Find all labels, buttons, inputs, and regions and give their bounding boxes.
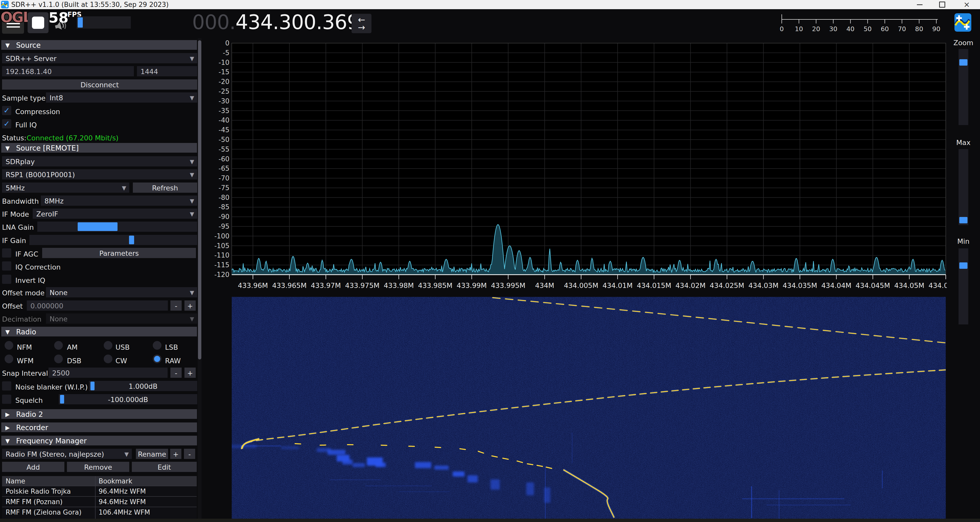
if-gain-slider[interactable] (29, 235, 197, 245)
sample-type-label: Sample type (2, 94, 46, 102)
if-agc-checkbox[interactable] (2, 248, 11, 257)
fft-db-label: -100 (214, 232, 229, 240)
squelch-slider[interactable]: -100.000dB (59, 394, 197, 404)
remote-driver-combo[interactable]: SDRplay▼ (2, 156, 197, 167)
radio-mode-dsb[interactable] (54, 355, 63, 363)
snap-interval-field[interactable]: 2500 (49, 368, 168, 378)
zoom-slider-handle[interactable] (959, 59, 967, 66)
meter-tick-label: 60 (881, 25, 889, 33)
remove-list-button[interactable]: - (184, 449, 195, 459)
full-iq-checkbox[interactable]: ✓ (2, 119, 11, 129)
snap-plus-button[interactable]: + (185, 368, 196, 378)
noise-blanker-slider[interactable]: 1.000dB (89, 381, 197, 391)
remove-bookmark-button[interactable]: Remove (67, 462, 129, 472)
offset-mode-combo[interactable]: None▼ (46, 287, 197, 297)
source-panel-header[interactable]: ▼Source (1, 40, 197, 50)
waterfall-faint-signal (399, 491, 450, 492)
remote-source-panel-header[interactable]: ▼Source [REMOTE] (1, 143, 197, 152)
volume-slider[interactable] (76, 16, 131, 29)
lna-gain-slider[interactable] (37, 222, 197, 232)
if-mode-combo[interactable]: ZeroIF▼ (33, 209, 197, 219)
waterfall-signal-blob (453, 471, 465, 476)
sdrpp-logo-button[interactable] (955, 13, 971, 32)
lna-gain-slider-handle[interactable] (78, 222, 118, 231)
bookmark-value: 106.4MHz WFM (99, 508, 150, 516)
close-button[interactable]: × (956, 0, 977, 9)
bandwidth-combo[interactable]: 8MHz▼ (41, 195, 197, 206)
waterfall-signal-blob (490, 479, 500, 490)
meter-tick-label: 20 (812, 25, 820, 33)
radio-mode-lsb[interactable] (153, 341, 161, 350)
squelch-checkbox-label: Squelch (15, 397, 43, 404)
frequency-manager-panel-header[interactable]: ▼Frequency Manager (1, 436, 197, 446)
source-type-combo[interactable]: SDR++ Server▼ (2, 53, 197, 63)
fft-db-label: -30 (219, 97, 229, 105)
waterfall[interactable] (232, 297, 946, 519)
add-bookmark-button[interactable]: Add (2, 462, 64, 472)
offset-field[interactable]: 0.000000 (27, 300, 168, 311)
radio-panel-header[interactable]: ▼Radio (1, 327, 197, 336)
remote-source-panel-header-arrow-icon: ▼ (5, 145, 10, 151)
radio-mode-raw[interactable] (153, 355, 161, 363)
compression-checkbox[interactable]: ✓ (2, 106, 11, 115)
radio2-panel-header[interactable]: ▶Radio 2 (1, 409, 197, 419)
if-gain-slider-handle[interactable] (129, 236, 134, 244)
radio-mode-am[interactable] (54, 341, 63, 350)
iq-correction-checkbox[interactable] (2, 262, 11, 271)
radio-mode-dsb-label: DSB (67, 357, 81, 365)
offset-plus-button[interactable]: + (185, 300, 196, 311)
radio-mode-cw[interactable] (104, 355, 112, 363)
stop-button[interactable] (28, 12, 49, 33)
rename-list-button-label: Rename (138, 450, 166, 458)
samplerate-combo[interactable]: 5MHz▼ (2, 182, 129, 193)
snap-minus-button[interactable]: - (170, 368, 181, 378)
samplerate-combo-value: 5MHz (6, 184, 25, 192)
zoom-slider[interactable] (959, 49, 968, 125)
invert-iq-checkbox[interactable] (2, 274, 11, 284)
rename-list-button[interactable]: Rename (136, 449, 168, 459)
radio-mode-wfm[interactable] (5, 355, 13, 363)
min-slider-handle[interactable] (959, 262, 967, 269)
noise-blanker-checkbox[interactable] (2, 381, 11, 390)
column-header-name[interactable]: Name (6, 478, 25, 485)
min-slider[interactable] (959, 248, 968, 324)
frequency-display[interactable]: 000.434.300.369 (192, 11, 360, 34)
radio-mode-usb[interactable] (104, 341, 112, 350)
server-port-field[interactable]: 1444 (137, 66, 197, 76)
samplerate-combo-arrow-icon: ▼ (122, 185, 126, 191)
waterfall-signal-blob (434, 466, 449, 470)
swap-button[interactable]: ← → (352, 14, 371, 33)
maximize-button[interactable] (932, 0, 952, 9)
remote-device-combo[interactable]: RSP1 (B0001P0001)▼ (2, 169, 197, 179)
max-slider-handle[interactable] (959, 217, 967, 223)
radio-mode-nfm[interactable] (5, 341, 13, 350)
waterfall-signal-blob (281, 446, 299, 449)
sidebar-scrollbar-thumb[interactable] (198, 40, 201, 359)
remote-source-panel-header-label: Source [REMOTE] (16, 144, 79, 152)
refresh-button[interactable]: Refresh (133, 182, 197, 193)
table-row[interactable]: Polskie Radio Trojka96.4MHz WFM (2, 486, 197, 497)
fft-plot[interactable]: 0-5-10-15-20-25-30-35-40-45-50-55-60-65-… (202, 38, 947, 292)
minimize-button[interactable] (910, 0, 930, 9)
fft-db-label: -105 (214, 242, 229, 250)
squelch-checkbox[interactable] (2, 395, 11, 404)
volume-slider-handle[interactable] (78, 17, 83, 28)
parameters-button[interactable]: Parameters (42, 248, 196, 258)
offset-minus-button[interactable]: - (170, 300, 181, 311)
disconnect-button[interactable]: Disconnect (2, 79, 197, 90)
decimation-combo[interactable]: None▼ (46, 313, 197, 324)
max-slider[interactable] (959, 149, 968, 225)
bookmark-list-combo[interactable]: Radio FM (Stereo, najlepsze)▼ (2, 449, 132, 459)
table-row[interactable]: RMF FM (Zielona Gora)106.4MHz WFM (2, 507, 197, 518)
sidebar-scrollbar[interactable] (198, 38, 202, 519)
add-list-button[interactable]: + (170, 449, 181, 459)
column-header-bookmark[interactable]: Bookmark (99, 478, 132, 485)
edit-bookmark-button[interactable]: Edit (132, 462, 197, 472)
table-row[interactable]: RMF FM (Poznan)94.6MHz WFM (2, 496, 197, 507)
mute-icon[interactable] (54, 19, 68, 33)
sample-type-combo[interactable]: Int8▼ (46, 92, 197, 103)
invert-iq-checkbox-label: Invert IQ (15, 276, 45, 284)
opengl-underline-1 (6, 23, 20, 24)
server-ip-field[interactable]: 192.168.1.40 (2, 66, 134, 76)
recorder-panel-header[interactable]: ▶Recorder (1, 422, 197, 432)
